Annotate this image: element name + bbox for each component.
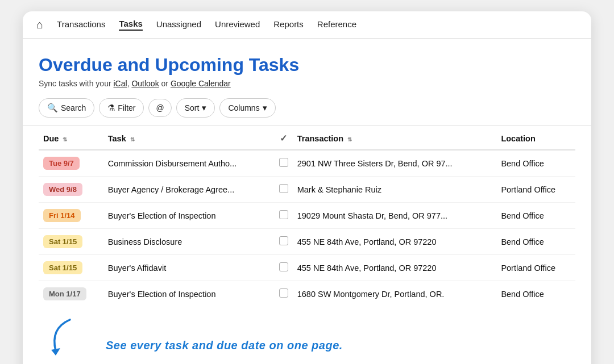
location-cell: Bend Office: [496, 203, 575, 229]
annotation-area: See every task and due date on one page.: [23, 307, 591, 357]
due-cell: Sat 1/15: [39, 255, 103, 281]
filter-button[interactable]: ⚗ Filter: [99, 98, 144, 118]
transaction-cell: 455 NE 84th Ave, Portland, OR 97220: [293, 229, 497, 255]
sort-button[interactable]: Sort ▾: [176, 98, 215, 118]
checkbox[interactable]: [279, 158, 288, 167]
due-cell: Wed 9/8: [39, 177, 103, 203]
due-cell: Tue 9/7: [39, 150, 103, 177]
nav-reports[interactable]: Reports: [273, 19, 304, 30]
checkbox-cell[interactable]: [275, 281, 293, 307]
location-cell: Bend Office: [496, 150, 575, 177]
task-cell: Buyer's Election of Inspection: [103, 281, 275, 307]
task-cell: Buyer's Election of Inspection: [103, 203, 275, 229]
due-badge: Sat 1/15: [43, 261, 82, 274]
tasks-table-wrap: Due ⇅ Task ⇅ ✓ Transaction ⇅ Location Tu…: [23, 126, 591, 307]
checkbox-cell[interactable]: [275, 255, 293, 281]
transaction-cell: 2901 NW Three Sisters Dr, Bend, OR 97...: [293, 150, 497, 177]
at-button[interactable]: @: [148, 99, 171, 117]
transaction-cell: 455 NE 84th Ave, Portland, OR 97220: [293, 255, 497, 281]
col-task[interactable]: Task ⇅: [103, 126, 275, 150]
task-cell: Business Disclosure: [103, 229, 275, 255]
location-cell: Bend Office: [496, 229, 575, 255]
transaction-cell: 1680 SW Montgomery Dr, Portland, OR.: [293, 281, 497, 307]
task-cell: Buyer's Affidavit: [103, 255, 275, 281]
transaction-cell: 19029 Mount Shasta Dr, Bend, OR 977...: [293, 203, 497, 229]
page-header: Overdue and Upcoming Tasks Sync tasks wi…: [23, 39, 591, 88]
due-cell: Fri 1/14: [39, 203, 103, 229]
col-check: ✓: [275, 126, 293, 150]
page-title: Overdue and Upcoming Tasks: [39, 55, 575, 76]
table-row: Tue 9/7 Commission Disbursement Autho...…: [39, 150, 575, 177]
annotation-text: See every task and due date on one page.: [106, 339, 343, 352]
checkbox[interactable]: [279, 236, 288, 245]
sync-ical-link[interactable]: iCal: [114, 79, 127, 88]
top-nav: ⌂ Transactions Tasks Unassigned Unreview…: [23, 11, 591, 39]
checkbox-cell[interactable]: [275, 203, 293, 229]
annotation-arrow: [39, 317, 101, 357]
task-cell: Buyer Agency / Brokerage Agree...: [103, 177, 275, 203]
table-row: Sat 1/15 Business Disclosure 455 NE 84th…: [39, 229, 575, 255]
due-badge: Mon 1/17: [43, 287, 86, 300]
due-badge: Fri 1/14: [43, 209, 81, 222]
location-cell: Bend Office: [496, 281, 575, 307]
col-transaction[interactable]: Transaction ⇅: [293, 126, 497, 150]
task-cell: Commission Disbursement Autho...: [103, 150, 275, 177]
due-cell: Sat 1/15: [39, 229, 103, 255]
svg-marker-0: [51, 348, 60, 355]
table-row: Mon 1/17 Buyer's Election of Inspection …: [39, 281, 575, 307]
location-cell: Portland Office: [496, 177, 575, 203]
nav-unassigned[interactable]: Unassigned: [156, 19, 201, 30]
nav-tasks[interactable]: Tasks: [119, 19, 142, 31]
table-row: Sat 1/15 Buyer's Affidavit 455 NE 84th A…: [39, 255, 575, 281]
nav-reference[interactable]: Reference: [317, 19, 356, 30]
checkbox[interactable]: [279, 262, 288, 271]
due-badge: Wed 9/8: [43, 183, 82, 196]
transaction-cell: Mark & Stephanie Ruiz: [293, 177, 497, 203]
toolbar: 🔍 Search ⚗ Filter @ Sort ▾ Columns ▾: [23, 98, 591, 126]
table-row: Wed 9/8 Buyer Agency / Brokerage Agree..…: [39, 177, 575, 203]
checkbox-cell[interactable]: [275, 150, 293, 177]
checkbox[interactable]: [279, 288, 288, 298]
due-cell: Mon 1/17: [39, 281, 103, 307]
due-badge: Tue 9/7: [43, 157, 80, 170]
checkbox-cell[interactable]: [275, 177, 293, 203]
tasks-table: Due ⇅ Task ⇅ ✓ Transaction ⇅ Location Tu…: [39, 126, 575, 307]
col-due[interactable]: Due ⇅: [39, 126, 103, 150]
checkbox[interactable]: [279, 184, 288, 193]
checkbox[interactable]: [279, 210, 288, 219]
filter-icon: ⚗: [107, 103, 115, 113]
due-badge: Sat 1/15: [43, 235, 82, 248]
columns-button[interactable]: Columns ▾: [219, 98, 275, 118]
sync-gcal-link[interactable]: Google Calendar: [171, 79, 231, 88]
nav-transactions[interactable]: Transactions: [57, 19, 105, 30]
col-location: Location: [496, 126, 575, 150]
search-button[interactable]: 🔍 Search: [39, 98, 94, 118]
sort-chevron-icon: ▾: [202, 103, 206, 113]
main-card: ⌂ Transactions Tasks Unassigned Unreview…: [23, 11, 591, 364]
location-cell: Portland Office: [496, 255, 575, 281]
search-icon: 🔍: [47, 103, 58, 113]
columns-chevron-icon: ▾: [263, 103, 267, 113]
home-icon[interactable]: ⌂: [36, 18, 43, 31]
nav-unreviewed[interactable]: Unreviewed: [215, 19, 260, 30]
table-row: Fri 1/14 Buyer's Election of Inspection …: [39, 203, 575, 229]
checkbox-cell[interactable]: [275, 229, 293, 255]
sync-outlook-link[interactable]: Outlook: [131, 79, 159, 88]
sync-text: Sync tasks with your iCal, Outlook or Go…: [39, 79, 575, 88]
